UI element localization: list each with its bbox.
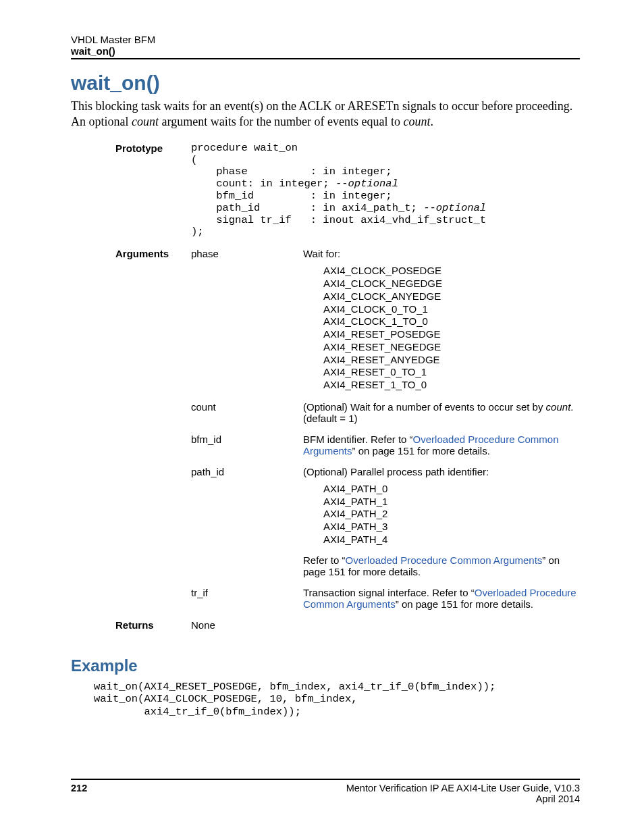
header-line2: wait_on()	[71, 45, 580, 57]
ex-l3: axi4_tr_if_0(bfm_index));	[94, 706, 301, 718]
arg-pathid-postlink[interactable]: Overloaded Procedure Common Arguments	[346, 554, 543, 566]
enum-item: AXI4_RESET_NEGEDGE	[323, 341, 577, 354]
enum-item: AXI4_CLOCK_0_TO_1	[323, 303, 577, 316]
enum-item: AXI4_PATH_4	[323, 533, 577, 546]
arg-phase-enums: AXI4_CLOCK_POSEDGE AXI4_CLOCK_NEGEDGE AX…	[323, 265, 577, 392]
ex-l2: wait_on(AXI4_CLOCK_POSEDGE, 10, bfm_inde…	[94, 693, 358, 705]
enum-item: AXI4_RESET_0_TO_1	[323, 366, 577, 379]
proto-l4a: count: in integer;	[191, 178, 336, 190]
returns-value: None	[191, 619, 581, 640]
arg-bfmid-post: ” on page 151 for more details.	[352, 445, 490, 457]
arg-count-name: count	[191, 401, 303, 434]
arg-trif-pre: Transaction signal interface. Refer to “	[303, 587, 475, 598]
returns-label: Returns	[115, 619, 191, 640]
proto-l6b: --optional	[423, 202, 486, 214]
proto-l5: bfm_id : in integer;	[191, 190, 392, 202]
proto-l1: procedure wait_on	[191, 142, 298, 154]
enum-item: AXI4_PATH_2	[323, 508, 577, 521]
intro-mid: argument waits for the number of events …	[159, 115, 404, 128]
proto-l4b: --optional	[336, 178, 398, 190]
arg-bfmid-desc: BFM identifier. Refer to “Overloaded Pro…	[303, 434, 581, 466]
arg-trif-desc: Transaction signal interface. Refer to “…	[303, 587, 581, 619]
arg-pathid-enums: AXI4_PATH_0 AXI4_PATH_1 AXI4_PATH_2 AXI4…	[323, 483, 577, 546]
arg-trif-post: ” on page 151 for more details.	[396, 598, 533, 610]
footer-right: Mentor Verification IP AE AXI4-Lite User…	[346, 783, 580, 804]
arg-phase-name: phase	[191, 248, 303, 401]
proto-l6a: path_id : in axi4_path_t;	[191, 202, 423, 214]
enum-item: AXI4_CLOCK_1_TO_0	[323, 315, 577, 328]
example-code: wait_on(AXI4_RESET_POSEDGE, bfm_index, a…	[94, 681, 580, 719]
intro-em2: count	[404, 115, 431, 128]
ex-l1: wait_on(AXI4_RESET_POSEDGE, bfm_index, a…	[94, 681, 495, 693]
arguments-label: Arguments	[115, 248, 191, 401]
arg-trif-name: tr_if	[191, 587, 303, 619]
arg-bfmid-pre: BFM identifier. Refer to “	[303, 434, 413, 445]
arg-phase-desc: Wait for: AXI4_CLOCK_POSEDGE AXI4_CLOCK_…	[303, 248, 581, 401]
running-header: VHDL Master BFM wait_on()	[71, 34, 580, 59]
enum-item: AXI4_PATH_0	[323, 483, 577, 496]
arg-phase-pre: Wait for:	[303, 248, 340, 259]
prototype-code: procedure wait_on ( phase : in integer; …	[191, 142, 577, 239]
header-line1: VHDL Master BFM	[71, 34, 580, 45]
enum-item: AXI4_PATH_3	[323, 521, 577, 533]
intro-em1: count	[132, 115, 159, 128]
page-number: 212	[71, 783, 87, 804]
arg-count-desc: (Optional) Wait for a number of events t…	[303, 401, 581, 434]
page-footer: 212 Mentor Verification IP AE AXI4-Lite …	[71, 779, 580, 804]
arg-count-em: count	[546, 401, 571, 413]
arg-pathid-refer: Refer to “Overloaded Procedure Common Ar…	[303, 554, 577, 577]
enum-item: AXI4_RESET_ANYEDGE	[323, 354, 577, 367]
arg-pathid-name: path_id	[191, 466, 303, 587]
proto-l8: );	[191, 226, 204, 238]
footer-line1: Mentor Verification IP AE AXI4-Lite User…	[346, 783, 580, 793]
spec-table: Prototype procedure wait_on ( phase : in…	[115, 142, 581, 640]
example-heading: Example	[71, 656, 580, 675]
enum-item: AXI4_RESET_1_TO_0	[323, 379, 577, 392]
enum-item: AXI4_RESET_POSEDGE	[323, 328, 577, 341]
proto-l3: phase : in integer;	[191, 165, 392, 178]
arg-bfmid-name: bfm_id	[191, 434, 303, 466]
prototype-cell: procedure wait_on ( phase : in integer; …	[191, 142, 581, 249]
intro-paragraph: This blocking task waits for an event(s)…	[71, 99, 580, 130]
arg-pathid-pre: (Optional) Parallel process path identif…	[303, 466, 489, 477]
prototype-label: Prototype	[115, 142, 191, 249]
enum-item: AXI4_CLOCK_POSEDGE	[323, 265, 577, 278]
page-title: wait_on()	[71, 72, 580, 95]
arg-count-pre: (Optional) Wait for a number of events t…	[303, 401, 546, 413]
intro-post: .	[431, 115, 434, 128]
footer-line2: April 2014	[346, 793, 580, 804]
proto-l7: signal tr_if : inout axi4_vhd_if_struct_…	[191, 214, 486, 226]
enum-item: AXI4_PATH_1	[323, 496, 577, 509]
arg-pathid-desc: (Optional) Parallel process path identif…	[303, 466, 581, 587]
enum-item: AXI4_CLOCK_NEGEDGE	[323, 278, 577, 290]
enum-item: AXI4_CLOCK_ANYEDGE	[323, 290, 577, 303]
proto-l2: (	[191, 154, 197, 166]
arg-pathid-postpre: Refer to “	[303, 554, 346, 566]
